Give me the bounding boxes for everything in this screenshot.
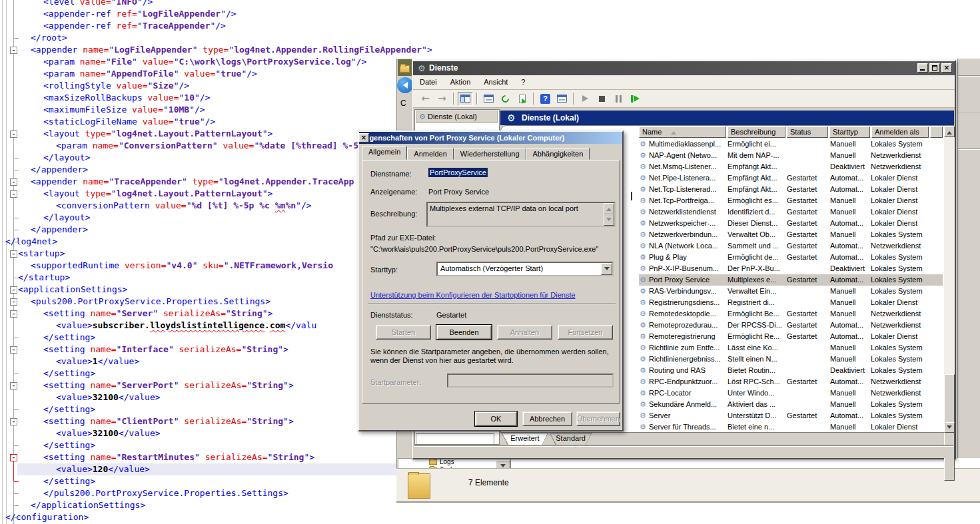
menu-aktion[interactable]: Aktion [444, 75, 478, 86]
service-row[interactable]: ⚙Server für Threads...Bietet eine n...Ma… [639, 421, 943, 433]
service-row[interactable]: ⚙Richtlinienergebniss...Stellt einen N..… [639, 354, 943, 365]
back-button[interactable]: ← [418, 92, 433, 106]
fold-toggle-icon[interactable]: - [10, 454, 17, 461]
startparameter-field[interactable] [447, 374, 614, 388]
selected-text: PortProxyService [428, 168, 488, 177]
services-titlebar[interactable]: ⚙ Dienste × [413, 61, 955, 75]
fold-toggle-icon[interactable]: - [10, 382, 17, 390]
service-row[interactable]: ⚙Routing und RASBietet Routin...Deaktivi… [639, 365, 943, 376]
cell-logon: Lokaler Dienst [871, 421, 941, 433]
show-console-tree-button[interactable] [458, 92, 473, 106]
properties-button[interactable] [481, 92, 496, 106]
service-row[interactable]: ⚙ServerUnterstützt D...GestartetAutomat.… [639, 410, 943, 421]
fold-toggle-icon[interactable]: - [10, 178, 17, 186]
menu-help[interactable]: ? [514, 75, 532, 86]
back-button-icon[interactable] [397, 77, 412, 93]
column-header-beschreibung[interactable]: Beschreibung [728, 127, 785, 138]
service-row[interactable]: ⚙Net.Tcp-Listenerad...Empfängt Akt...Ges… [639, 184, 943, 195]
service-row[interactable]: ⚙NLA (Network Loca...Sammelt und ...Gest… [639, 240, 943, 252]
cell-startup: Deaktiviert [830, 161, 869, 172]
scroll-up-button[interactable] [944, 127, 955, 137]
service-row[interactable]: ⚙RPC-LocatorUnter Windo...ManuellNetzwer… [639, 388, 943, 399]
restart-service-button[interactable] [628, 92, 643, 106]
service-row[interactable]: ⚙NAP-Agent (Netwo...Mit dem NAP-...Manue… [639, 150, 943, 161]
close-button[interactable]: × [941, 63, 952, 73]
button-bernehmen: Übernehmen [576, 411, 620, 426]
scroll-up-button[interactable] [604, 203, 614, 214]
tab-abh-ngigkeiten[interactable]: Abhängigkeiten [526, 148, 590, 160]
service-row[interactable]: ⚙Multimediaklassenpl...Ermöglicht ei...M… [639, 138, 943, 150]
cell-startup: Automat... [830, 240, 869, 252]
tab-allgemein[interactable]: Allgemein [362, 146, 407, 160]
column-header-status[interactable]: Status [787, 127, 828, 138]
stop-service-button[interactable] [594, 92, 610, 106]
export-list-button[interactable] [514, 92, 530, 106]
service-row[interactable]: ⚙RPC-Endpunktzuor...Löst RPC-Sch...Gesta… [639, 376, 943, 388]
starttyp-combobox[interactable]: Automatisch (Verzögerter Start) [436, 262, 614, 276]
start-service-button[interactable] [578, 92, 593, 106]
minimize-button[interactable] [917, 63, 928, 73]
fold-toggle-icon[interactable]: - [10, 190, 17, 198]
service-row[interactable]: ⚙Richtlinie zum Entfe...Lässt eine Ko...… [639, 342, 943, 354]
service-row[interactable]: ⚙Sekundäre Anmeld...Aktiviert das ...Man… [639, 399, 943, 410]
triangle-up-icon [606, 205, 612, 211]
cell-logon: Lokaler Dienst [871, 331, 941, 342]
cell-description: Der RPCSS-Di... [728, 320, 785, 331]
service-row[interactable]: ⚙Remotedesktopdie...Ermöglicht Be...Gest… [639, 308, 943, 320]
button-abbrechen[interactable]: Abbrechen [522, 411, 572, 426]
service-row[interactable]: ⚙Net.Pipe-Listenera...Empfängt Akt...Ges… [639, 172, 943, 184]
startoptions-help-link[interactable]: Unterstützung beim Konfigurieren der Sta… [370, 291, 576, 299]
service-row[interactable]: ⚙Port Proxy ServiceMultiplexes e...Gesta… [639, 274, 943, 286]
fold-toggle-icon[interactable]: - [10, 286, 17, 294]
menu-datei[interactable]: Datei [413, 75, 444, 86]
maximize-button[interactable] [929, 63, 940, 73]
service-row[interactable]: ⚙Plug & PlayErmöglicht de...GestartetAut… [639, 252, 943, 263]
service-row[interactable]: ⚙Net.Tcp-Portfreiga...Ermöglicht es...Ge… [639, 195, 943, 206]
beschreibung-box[interactable]: Multiplexes external TCP/IP data on loca… [426, 202, 616, 227]
code-text: <rollingStyle value="Size"/> [43, 80, 189, 92]
dialog-close-button[interactable]: × [358, 133, 369, 142]
service-row[interactable]: ⚙Netzwerkverbindun...Verwaltet Ob...Gest… [639, 229, 943, 240]
scroll-down-button[interactable] [604, 214, 614, 226]
dienstname-value[interactable]: PortProxyService [428, 168, 488, 176]
fold-tick [14, 230, 19, 230]
service-row[interactable]: ⚙RemoteregistrierungErmöglicht Re...Gest… [639, 331, 943, 342]
service-row[interactable]: ⚙Netzwerkspeicher-...Dieser Dienst...Ges… [639, 218, 943, 229]
help-button[interactable]: ? [538, 92, 553, 106]
dialog-titlebar[interactable]: Eigenschaften von Port Proxy Service (Lo… [359, 132, 622, 144]
code-text: <value>subscriber.lloydslistintelligence… [56, 320, 316, 332]
fold-toggle-icon[interactable]: - [10, 47, 17, 54]
button-ok[interactable]: OK [475, 411, 517, 426]
fold-toggle-icon[interactable]: - [10, 250, 17, 258]
forward-button[interactable]: → [434, 92, 450, 106]
services-table[interactable]: ⚙Multimediaklassenpl...Ermöglicht ei...M… [639, 138, 944, 433]
services-scrollbar[interactable] [944, 127, 955, 433]
tab-anmelden[interactable]: Anmelden [407, 148, 454, 160]
pause-service-button[interactable] [611, 92, 626, 106]
fold-toggle-icon[interactable]: - [10, 346, 17, 354]
button-beenden[interactable]: Beenden [436, 325, 492, 340]
column-header-starttyp[interactable]: Starttyp [829, 127, 870, 138]
service-row[interactable]: ⚙Net.Msmq-Listener...Empfängt Akt...Deak… [639, 161, 943, 172]
list-view-button[interactable] [554, 92, 570, 106]
service-row[interactable]: ⚙Registrierungsdiens...Registriert di...… [639, 297, 943, 308]
column-header-name[interactable]: Name [639, 127, 726, 138]
tab-wiederherstellung[interactable]: Wiederherstellung [454, 148, 526, 160]
service-row[interactable]: ⚙Remoteprozedurau...Der RPCSS-Di...Gesta… [639, 320, 943, 331]
menu-ansicht[interactable]: Ansicht [477, 75, 514, 86]
console-tree-item-dienste-lokal[interactable]: ⚙ Dienste (Lokal) [416, 111, 498, 123]
tab-standard[interactable]: Standard [550, 433, 592, 445]
service-row[interactable]: ⚙RAS-Verbindungsv...Verwaltet Ein...Manu… [639, 286, 943, 297]
tab-erweitert[interactable]: Erweitert [502, 433, 548, 445]
properties-icon [484, 95, 494, 103]
fold-toggle-icon[interactable]: - [10, 418, 17, 425]
service-row[interactable]: ⚙PnP-X-IP-Busenum...Der PnP-X-Bu...Deakt… [639, 263, 943, 274]
scroll-down-button[interactable] [944, 422, 955, 433]
service-row[interactable]: ⚙NetzwerklistendienstIdentifiziert d...G… [639, 206, 943, 218]
column-header-anmelden-als[interactable]: Anmelden als [871, 127, 929, 138]
fold-toggle-icon[interactable]: - [10, 310, 17, 318]
combo-dropdown-button[interactable] [601, 263, 612, 275]
fold-toggle-icon[interactable]: - [10, 298, 17, 306]
fold-toggle-icon[interactable]: - [10, 131, 17, 138]
refresh-button[interactable] [498, 92, 513, 106]
